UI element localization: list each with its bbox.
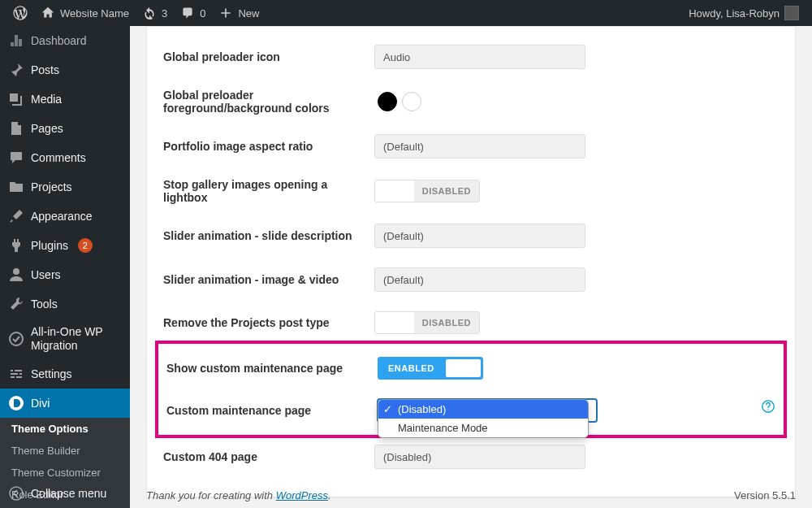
site-name-link[interactable]: Website Name (34, 0, 136, 26)
sidebar-item-comments[interactable]: Comments (0, 143, 130, 172)
dashboard-icon (8, 33, 24, 49)
label-slider-media: Slider animation - image & video (163, 273, 374, 286)
sidebar-label: Divi (31, 397, 50, 410)
highlight-box: Show custom maintenance page ENABLED Cus… (155, 341, 787, 438)
pin-icon (8, 62, 24, 78)
label-remove-projects: Remove the Projects post type (163, 316, 374, 329)
sidebar-label: Appearance (31, 210, 93, 223)
svg-point-0 (13, 268, 19, 275)
label-portfolio-ratio: Portfolio image aspect ratio (163, 140, 374, 153)
sidebar-item-posts[interactable]: Posts (0, 55, 130, 85)
sidebar-item-plugins[interactable]: Plugins 2 (0, 231, 130, 260)
new-content-link[interactable]: New (212, 0, 266, 26)
sidebar-label: Users (31, 268, 61, 281)
sidebar-label: Comments (31, 151, 86, 164)
refresh-icon (142, 6, 157, 20)
sidebar-item-appearance[interactable]: Appearance (0, 202, 130, 231)
label-stop-lightbox: Stop gallery images opening a lightbox (163, 178, 374, 204)
label-preloader-colors: Global preloader foreground/background c… (163, 89, 374, 115)
sidebar-item-divi[interactable]: Divi (0, 389, 130, 418)
select-slider-desc[interactable]: (Default) (374, 224, 585, 248)
svg-point-8 (767, 409, 768, 410)
color-foreground[interactable] (378, 92, 397, 111)
updates-count: 3 (162, 7, 167, 20)
wordpress-link[interactable]: WordPress (276, 489, 328, 501)
howdy-text: Howdy, Lisa-Robyn (689, 7, 780, 20)
comment-icon (180, 6, 195, 20)
comments-link[interactable]: 0 (174, 0, 212, 26)
sidebar-item-users[interactable]: Users (0, 260, 130, 289)
plus-icon (218, 6, 233, 20)
wp-logo[interactable] (6, 0, 34, 26)
my-account[interactable]: Howdy, Lisa-Robyn (682, 0, 806, 26)
projects-icon (8, 179, 24, 195)
label-slider-desc: Slider animation - slide description (163, 229, 374, 242)
label-custom-404: Custom 404 page (163, 450, 374, 463)
color-background[interactable] (402, 92, 421, 111)
row-remove-projects: Remove the Projects post type DISABLED (163, 302, 779, 344)
row-stop-lightbox: Stop gallery images opening a lightbox D… (163, 168, 779, 214)
collapse-menu[interactable]: Collapse menu (0, 479, 130, 508)
sidebar-item-settings[interactable]: Settings (0, 359, 130, 389)
sidebar-item-dashboard[interactable]: Dashboard (0, 26, 130, 55)
dropdown-list: (Disabled) Maintenance Mode (378, 399, 589, 438)
help-icon[interactable] (761, 399, 775, 414)
row-custom-maintenance: Custom maintenance page (Disabled) Maint… (166, 389, 775, 432)
admin-bar: Website Name 3 0 New Howdy, Lisa-Robyn (0, 0, 812, 26)
select-preloader-icon[interactable]: Audio (374, 45, 585, 69)
page-icon (8, 120, 24, 137)
updates-link[interactable]: 3 (136, 0, 174, 26)
plugins-badge: 2 (78, 238, 93, 253)
row-slider-media: Slider animation - image & video (Defaul… (163, 258, 779, 302)
dropdown-option-maintenance-mode[interactable]: Maintenance Mode (378, 419, 588, 437)
new-label: New (238, 7, 259, 20)
sidebar-item-migration[interactable]: All-in-One WP Migration (0, 319, 130, 359)
dropdown-option-disabled[interactable]: (Disabled) (378, 400, 588, 419)
row-slider-desc: Slider animation - slide description (De… (163, 214, 779, 258)
row-show-maintenance: Show custom maintenance page ENABLED (166, 347, 775, 389)
sidebar-label: Plugins (31, 239, 68, 252)
svg-point-6 (10, 487, 23, 500)
footer-version: Version 5.5.1 (734, 489, 796, 501)
sidebar-item-media[interactable]: Media (0, 85, 130, 114)
toggle-remove-projects[interactable]: DISABLED (374, 311, 480, 334)
submenu-theme-options[interactable]: Theme Options (0, 418, 130, 440)
site-name-text: Website Name (60, 7, 129, 20)
sidebar-label: Posts (31, 63, 59, 76)
label-custom-maintenance: Custom maintenance page (166, 399, 378, 417)
admin-sidebar: Dashboard Posts Media Pages Comments Pro… (0, 26, 130, 508)
sidebar-item-tools[interactable]: Tools (0, 289, 130, 319)
row-preloader-colors: Global preloader foreground/background c… (163, 79, 779, 124)
wordpress-icon (13, 6, 28, 20)
select-portfolio-ratio[interactable]: (Default) (374, 134, 585, 158)
sidebar-item-projects[interactable]: Projects (0, 172, 130, 202)
media-icon (8, 91, 24, 107)
brush-icon (8, 208, 24, 224)
select-slider-media[interactable]: (Default) (374, 267, 585, 292)
content-area: Global preloader icon Audio Global prelo… (130, 26, 812, 508)
sidebar-label: Pages (31, 122, 63, 135)
comments-count: 0 (200, 7, 205, 20)
sidebar-label: Settings (31, 367, 72, 380)
toggle-stop-lightbox[interactable]: DISABLED (374, 180, 480, 202)
divi-icon (8, 395, 24, 411)
collapse-icon (8, 485, 24, 501)
plugin-icon (8, 237, 24, 254)
sidebar-label: Tools (31, 297, 58, 310)
select-custom-404[interactable]: (Disabled) (374, 445, 585, 469)
sidebar-item-pages[interactable]: Pages (0, 114, 130, 143)
sidebar-label: All-in-One WP Migration (31, 325, 122, 353)
sidebar-label: Dashboard (31, 34, 87, 47)
row-portfolio-ratio: Portfolio image aspect ratio (Default) (163, 124, 779, 168)
migration-icon (8, 331, 24, 347)
sidebar-label: Media (31, 93, 62, 106)
label-show-maintenance: Show custom maintenance page (166, 362, 378, 375)
user-avatar (784, 6, 799, 20)
svg-point-1 (10, 332, 23, 345)
sidebar-label: Projects (31, 180, 72, 193)
toggle-show-maintenance[interactable]: ENABLED (378, 357, 483, 380)
sliders-icon (8, 366, 24, 382)
submenu-theme-builder[interactable]: Theme Builder (0, 440, 130, 462)
label-preloader-icon: Global preloader icon (163, 50, 374, 63)
row-preloader-icon: Global preloader icon Audio (163, 35, 779, 79)
